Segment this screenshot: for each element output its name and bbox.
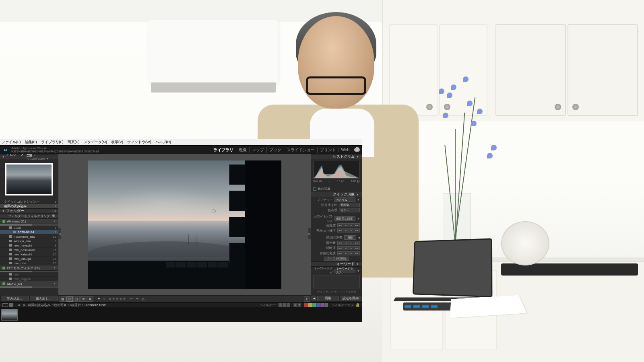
left-panel-toggle[interactable]: ◀ — [58, 228, 61, 239]
auto-tone-button[interactable]: 自動 — [344, 235, 356, 240]
people-view-button[interactable]: ☻ — [87, 296, 93, 302]
slideshow-play-icon[interactable]: ▷ — [140, 296, 146, 302]
compare-view-button[interactable]: ◫ — [73, 296, 80, 302]
loupe-view-button[interactable]: ▭ — [66, 296, 73, 302]
menu-view[interactable]: 表示(V) — [111, 140, 123, 145]
exposure-adjuster[interactable]: ◂◂◂▸▸▸ — [337, 241, 360, 245]
clarity-adjuster[interactable]: ◂◂◂▸▸▸ — [337, 246, 360, 250]
right-panel-toggle[interactable]: ▶ — [308, 228, 311, 239]
chevron-down-icon[interactable]: ▼ — [357, 217, 360, 220]
navigator-preview[interactable] — [0, 159, 58, 200]
primary-display-icon[interactable] — [2, 303, 8, 307]
folder-row[interactable]: 2020-07-241 — [0, 230, 58, 234]
filter-colors[interactable] — [304, 303, 328, 307]
export-button[interactable]: 書き出し... — [30, 296, 58, 301]
import-button[interactable]: 読み込み... — [1, 296, 29, 301]
folder-row[interactable]: 20201 — [0, 226, 58, 230]
vibrance-label: 自然な彩度 — [313, 251, 337, 255]
module-print[interactable]: プリント — [317, 147, 339, 153]
catalog-quick-collection[interactable]: クイックコレクション + 1 — [0, 200, 58, 204]
rotate-right-icon[interactable]: ↷ — [134, 296, 140, 302]
drive-status-icon — [2, 220, 5, 223]
keywords-header[interactable]: キーワード ▼ — [311, 261, 362, 267]
treatment-select[interactable]: カラー — [339, 208, 360, 212]
sync-settings-button[interactable]: 設定を同期 — [340, 296, 361, 301]
filmstrip-thumbnail[interactable] — [1, 309, 18, 321]
lightroom-logo-icon: Lr — [2, 147, 9, 153]
crop-ratio-select[interactable]: 元画像 — [339, 203, 360, 207]
secondary-display-icon[interactable] — [9, 303, 13, 307]
module-map[interactable]: マップ — [249, 147, 266, 153]
folder-row[interactable]: raw_hayashi8 — [0, 243, 58, 248]
filter-lock-icon[interactable]: 🔒 — [355, 303, 360, 307]
white-balance-select[interactable]: 撮影時の設定 — [334, 216, 355, 221]
quick-develop-header[interactable]: クイック現像 ▼ — [311, 192, 362, 197]
module-web[interactable]: Web — [339, 148, 352, 152]
vibrance-adjuster[interactable]: ◂◂◂▸▸▸ — [337, 251, 360, 255]
filter-off-label[interactable]: フィルターオフ — [331, 303, 354, 307]
chevron-down-icon[interactable]: ▼ — [357, 198, 360, 201]
flag-pick-icon[interactable]: ⚑ — [96, 296, 101, 302]
menu-help[interactable]: ヘルプ(H) — [155, 140, 171, 145]
chevron-left-icon[interactable]: ◀ — [358, 236, 360, 239]
histogram-header[interactable]: ヒストグラム ▼ — [311, 154, 362, 159]
histogram-display[interactable] — [313, 161, 360, 179]
survey-view-button[interactable]: ⊞ — [80, 296, 87, 302]
folder-row[interactable]: raw_segyou — [0, 277, 58, 281]
treatment-label: 色表現 — [313, 208, 339, 212]
filmstrip[interactable] — [0, 307, 362, 322]
volume-row[interactable]: Windows (C:)▼ — [0, 219, 58, 224]
source-path[interactable]: 前回の読み込み 1枚の写真 / 1枚選択 / — [28, 303, 84, 307]
cloud-sync-icon[interactable] — [354, 148, 360, 152]
folder-row[interactable]: raw — [0, 272, 58, 277]
left-panel: ▼ ナビゲーター 全体 フル 100% 200% ▼ クイックコレクション + … — [0, 154, 58, 302]
menu-library[interactable]: ライブラリ(L) — [41, 140, 64, 145]
folder-row[interactable]: raw_kasuga27 — [0, 257, 58, 261]
app-menubar[interactable]: ファイル(F) 編集(E) ライブラリ(L) 写真(P) メタデータ(M) 表示… — [0, 139, 362, 145]
module-develop[interactable]: 現像 — [236, 147, 249, 153]
module-library[interactable]: ライブラリ — [211, 147, 236, 153]
folders-header[interactable]: ▼ フォルダー + ▾ — [0, 208, 58, 214]
volume-row[interactable]: SDXC (E:)▼ — [0, 281, 58, 286]
preset-select[interactable]: カスタム — [334, 197, 355, 202]
temperature-adjuster[interactable]: ◂◂◂▸▸▸ — [337, 223, 360, 227]
module-slideshow[interactable]: スライドショー — [284, 147, 317, 153]
reset-all-button[interactable]: すべてを初期化 — [324, 257, 349, 261]
chevron-down-icon[interactable]: ▼ — [357, 269, 360, 272]
catalog-previous-import[interactable]: 前回の読み込み 1 — [0, 204, 58, 208]
current-filename: LX020245.DNG — [84, 303, 106, 307]
menu-edit[interactable]: 編集(E) — [25, 140, 37, 145]
folder-row[interactable]: hosokawa_raw13 — [0, 234, 58, 239]
sync-prev-button[interactable]: ◀ — [312, 296, 316, 301]
folder-row[interactable]: raw_udo76 — [0, 261, 58, 265]
temperature-label: 色温度 — [313, 223, 337, 228]
tint-adjuster[interactable]: ◂◂◂▸▸▸ — [337, 228, 360, 232]
volume-row[interactable]: ローカル ディスク (D:)▼ — [0, 265, 58, 271]
loupe-view[interactable] — [58, 154, 311, 295]
keyword-tags-select[interactable]: キーワードを入力 — [334, 269, 355, 273]
module-book[interactable]: ブック — [266, 147, 284, 153]
navigator-header[interactable]: ▼ ナビゲーター 全体 フル 100% 200% ▼ — [0, 154, 58, 159]
toolbar-menu-icon[interactable]: ▾ — [304, 296, 310, 302]
flag-reject-icon[interactable]: ⚐ — [101, 296, 106, 302]
add-folder-icon[interactable]: + ▾ — [51, 209, 56, 213]
menu-photo[interactable]: 写真(P) — [68, 140, 80, 145]
filter-stars[interactable]: ≥★ — [293, 303, 301, 307]
bowl — [501, 221, 549, 265]
nav-forward-icon[interactable]: ▶ — [23, 303, 26, 307]
sync-button[interactable]: 同期 — [317, 296, 339, 301]
filter-folders-input[interactable]: フォルダーをフィルタリング 🔍 — [0, 214, 58, 219]
keyword-textarea[interactable] — [313, 276, 360, 288]
original-photo-checkbox[interactable]: 元の写真 — [311, 186, 362, 192]
folder-row[interactable]: raw_kahashi10 — [0, 252, 58, 257]
grid-view-button[interactable]: ▦ — [60, 296, 66, 302]
menu-metadata[interactable]: メタデータ(M) — [84, 140, 107, 145]
menu-file[interactable]: ファイル(F) — [2, 140, 21, 145]
nav-back-icon[interactable]: ◀ — [17, 303, 20, 307]
folder-row[interactable]: raw_hosokawa35 — [0, 248, 58, 252]
rating-stars[interactable]: ★★★★★ — [108, 297, 126, 301]
filter-flags[interactable] — [279, 303, 290, 307]
rotate-left-icon[interactable]: ↶ — [128, 296, 134, 302]
folder-row[interactable]: kasuga_raw8 — [0, 239, 58, 243]
menu-window[interactable]: ウィンドウ(W) — [127, 140, 151, 145]
